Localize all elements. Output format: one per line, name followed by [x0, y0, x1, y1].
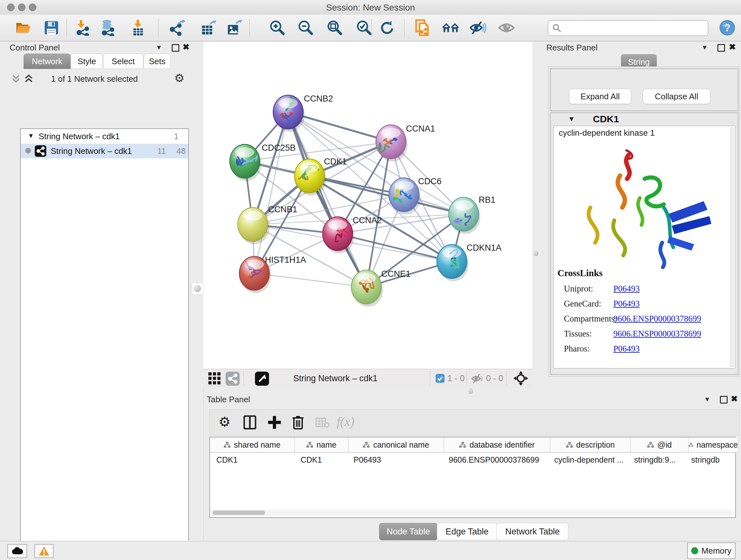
memory-button[interactable]: Memory: [687, 543, 736, 559]
tab-network[interactable]: Network: [23, 54, 71, 69]
table-row[interactable]: CDK1CDK1P064939606.ENSP00000378699cyclin…: [210, 453, 734, 467]
close-panel-icon[interactable]: ✖: [731, 394, 738, 404]
network-edge[interactable]: [254, 112, 288, 273]
column-header--id[interactable]: @id: [631, 437, 689, 452]
cloud-button[interactable]: [7, 544, 27, 558]
show-graphics-details-button[interactable]: [498, 19, 515, 37]
network-edge-count: 48: [177, 146, 186, 156]
string-home-button[interactable]: [442, 19, 459, 37]
protein-structure-image: [566, 145, 717, 270]
move-crosshair-icon[interactable]: [514, 371, 528, 386]
title-bar: Session: New Session: [0, 0, 741, 15]
column-header-shared-name[interactable]: shared name: [210, 437, 295, 452]
node-label: CDKN1A: [467, 243, 502, 253]
float-panel-icon[interactable]: ▾: [703, 43, 706, 52]
table-cell[interactable]: 9606.ENSP00000378699: [442, 453, 548, 467]
network-collection-row[interactable]: ▼ String Network – cdk1 1: [21, 130, 188, 144]
import-network-database-button[interactable]: [99, 19, 116, 37]
table-cell[interactable]: CDK1: [210, 453, 294, 467]
import-database-icon: [100, 19, 115, 36]
close-panel-icon[interactable]: ✖: [183, 42, 190, 52]
hidden-eye-icon[interactable]: [471, 374, 484, 384]
left-splitter[interactable]: [189, 42, 204, 541]
open-folder-icon: [15, 21, 31, 35]
warnings-button[interactable]: [35, 544, 54, 558]
tree-expand-icon[interactable]: ▼: [28, 132, 34, 139]
table-cell[interactable]: stringdb: [685, 453, 734, 467]
apply-layout-button[interactable]: [378, 19, 395, 37]
network-node-cdkn1a[interactable]: CDKN1A: [437, 243, 502, 281]
maximize-panel-icon[interactable]: [720, 396, 728, 403]
zoom-selected-button[interactable]: [355, 19, 373, 37]
maximize-panel-icon[interactable]: [172, 44, 179, 52]
splitter-handle[interactable]: [192, 283, 203, 295]
export-image-button[interactable]: [226, 19, 243, 37]
share-view-icon[interactable]: [226, 372, 240, 386]
network-row-selected[interactable]: String Network – cdk1 11 48: [21, 144, 188, 159]
pharos-link[interactable]: P06493: [613, 344, 640, 354]
network-from-clipboard-button[interactable]: [414, 19, 432, 37]
network-node-count: 11: [157, 146, 166, 156]
network-graph[interactable]: CCNB2CCNA1CDC25BCDK1CDC6RB1CCNB1CCNA2CDK…: [203, 42, 532, 369]
zoom-fit-button[interactable]: [326, 19, 343, 37]
tissues-link[interactable]: 9606.ENSP00000378699: [613, 329, 701, 339]
column-header-description[interactable]: description: [550, 437, 631, 452]
table-settings-gear-icon[interactable]: ⚙: [219, 414, 231, 430]
save-session-button[interactable]: [43, 19, 60, 37]
selected-checkbox-icon[interactable]: [435, 374, 445, 383]
genecard-link[interactable]: P06493: [613, 299, 640, 309]
column-header-namespace[interactable]: namespace: [689, 437, 738, 452]
uniprot-link[interactable]: P06493: [613, 284, 640, 294]
section-collapse-icon[interactable]: ▼: [568, 115, 575, 123]
hide-graphics-details-button[interactable]: [469, 19, 487, 37]
gear-icon[interactable]: ⚙: [174, 71, 185, 85]
zoom-in-button[interactable]: [268, 19, 286, 37]
tab-sets[interactable]: Sets: [144, 54, 171, 69]
network-edge[interactable]: [254, 273, 366, 287]
column-header-canonical-name[interactable]: canonical name: [348, 437, 444, 452]
help-button[interactable]: ?: [719, 19, 736, 37]
table-cell[interactable]: cyclin-dependent ...: [548, 453, 628, 467]
expand-all-button[interactable]: Expand All: [569, 89, 631, 104]
import-table-button[interactable]: [129, 19, 146, 37]
close-panel-icon[interactable]: ✖: [729, 42, 736, 52]
network-node-rb1[interactable]: RB1: [449, 195, 495, 234]
table-scrollbar-thumb[interactable]: [212, 510, 265, 515]
collapse-all-button[interactable]: Collapse All: [643, 89, 711, 104]
import-network-file-button[interactable]: [74, 19, 91, 37]
birdseye-view-icon[interactable]: [255, 372, 269, 386]
table-cell[interactable]: P06493: [347, 453, 442, 467]
network-node-cdk1[interactable]: CDK1: [294, 157, 347, 196]
save-floppy-icon: [44, 20, 59, 35]
network-node-hist1h1a[interactable]: HIST1H1A: [239, 255, 306, 293]
search-input[interactable]: [564, 23, 708, 34]
table-cell[interactable]: stringdb:9...: [628, 453, 685, 467]
network-node-cdc6[interactable]: CDC6: [389, 177, 442, 214]
table-scrollbar-track[interactable]: [211, 509, 733, 516]
float-panel-icon[interactable]: ▾: [705, 395, 709, 403]
tab-node-table[interactable]: Node Table: [379, 523, 437, 540]
tab-edge-table[interactable]: Edge Table: [437, 523, 497, 540]
network-node-ccne1[interactable]: CCNE1: [351, 269, 411, 307]
tab-select[interactable]: Select: [103, 54, 143, 69]
column-header-name[interactable]: name: [295, 437, 348, 452]
table-cell[interactable]: CDK1: [294, 453, 347, 467]
column-header-database-identifier[interactable]: database identifier: [444, 437, 550, 452]
network-tree: ▼ String Network – cdk1 1 String Network…: [20, 128, 189, 560]
results-scrollbar[interactable]: [730, 127, 734, 367]
table-header-row: shared namenamecanonical namedatabase id…: [210, 437, 738, 453]
float-panel-icon[interactable]: ▾: [157, 43, 161, 52]
columns-icon[interactable]: [244, 415, 256, 429]
export-table-button[interactable]: [200, 19, 217, 37]
tab-style[interactable]: Style: [71, 54, 103, 69]
compartments-link[interactable]: 9606.ENSP00000378699: [613, 314, 701, 324]
export-network-button[interactable]: [169, 19, 186, 37]
network-canvas[interactable]: CCNB2CCNA1CDC25BCDK1CDC6RB1CCNB1CCNA2CDK…: [203, 42, 532, 369]
zoom-out-button[interactable]: [297, 19, 314, 37]
tab-network-table[interactable]: Network Table: [496, 523, 568, 540]
open-session-button[interactable]: [15, 19, 32, 37]
delete-column-icon[interactable]: [292, 415, 304, 430]
grid-view-icon[interactable]: [208, 372, 222, 385]
maximize-panel-icon[interactable]: [718, 44, 725, 52]
add-column-icon[interactable]: [268, 415, 281, 429]
